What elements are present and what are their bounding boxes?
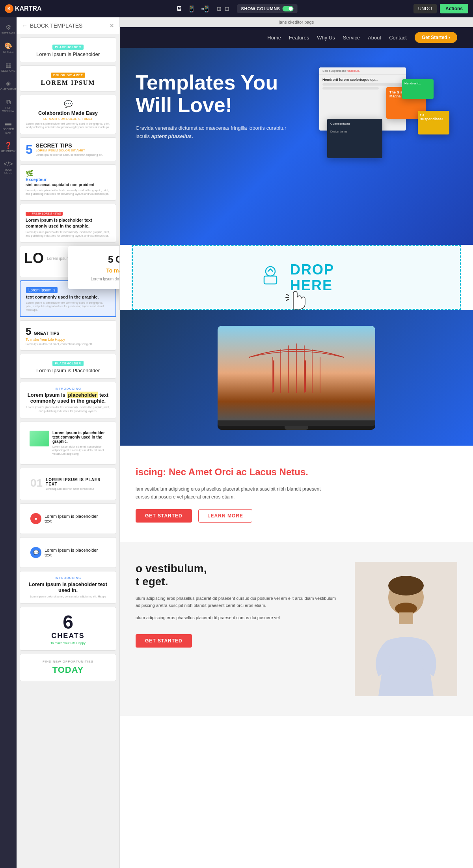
drag-preview-title: 5 GREAT TIPS — [77, 254, 120, 265]
laptop-base — [218, 420, 375, 426]
sidebar-item-styles[interactable]: 🎨 STYLES — [0, 40, 17, 56]
excepteur-text: Lorem ipsum's placeholder text commonly … — [26, 189, 110, 196]
nav-cta-button[interactable]: Get Started › — [415, 32, 457, 43]
logo-text: KARTRA — [15, 5, 42, 12]
template-card-fresh[interactable]: 🔴 FRESH LOREM NEWS Lorem Ipsum is placeh… — [20, 204, 116, 243]
drag-preview-card: 5 GREAT TIPS To make Your Life Happy Lor… — [68, 246, 120, 289]
helpdesk-icon: ❓ — [4, 142, 12, 149]
nav-links: Home Features Why Us Service About Conta… — [267, 32, 457, 43]
nav-why-us[interactable]: Why Us — [317, 35, 335, 41]
nav-service[interactable]: Service — [343, 35, 360, 41]
nav-about[interactable]: About — [368, 35, 381, 41]
tips-title: SECRET TIPS — [36, 142, 103, 149]
sidebar-item-settings[interactable]: ⚙ SETTINGS — [0, 21, 17, 37]
logo-k-icon: K — [5, 4, 13, 13]
panel-close-button[interactable]: × — [110, 22, 114, 29]
section1-title: iscing: Nec Amet Orci ac Lacus Netus. — [136, 465, 457, 479]
selected-title: text commonly used in the graphic. — [26, 295, 110, 299]
grid1-icon[interactable]: ⊞ — [217, 6, 222, 12]
intro-text-2: Lorem ipsum dolor sit amet, consectetur … — [25, 595, 111, 599]
gray-text-1: ulum adipiscing eros phasellus placerat … — [136, 595, 339, 609]
hero-mockup-dark: Commentwaa Design theme — [327, 119, 382, 158]
nav-contact[interactable]: Contact — [389, 35, 407, 41]
svg-point-0 — [266, 267, 275, 276]
bridge-section — [120, 310, 473, 446]
fresh-title: Lorem Ipsum is placeholder text commonly… — [26, 217, 110, 229]
block-templates-panel: ← BLOCK TEMPLATES × PLACEHOLDER Lorem Ip… — [17, 17, 120, 868]
device-icons: 🖥 📱 📲 — [176, 5, 209, 13]
photo-thumbnail — [30, 431, 49, 446]
panel-back-button[interactable]: ← BLOCK TEMPLATES — [22, 22, 82, 29]
panel-title: BLOCK TEMPLATES — [30, 22, 82, 29]
icon-text: Lorem Ipsum is placeholder text — [45, 548, 106, 557]
drag-preview-subtitle: To make Your Life Happy — [77, 267, 120, 274]
template-card-excepteur[interactable]: 🌿 Excepteur sint occaecat cupidatat non … — [20, 164, 116, 201]
section1-highlight: iscing: — [136, 467, 166, 477]
nav-brand: Brand — [136, 35, 148, 40]
actions-button[interactable]: Actions — [440, 4, 468, 13]
svg-rect-13 — [399, 612, 413, 624]
drop-here-text: DROPHERE — [290, 262, 334, 293]
left-sidebar: ⚙ SETTINGS 🎨 STYLES ▦ SECTIONS ◈ COMPONE… — [0, 17, 17, 868]
topbar: K KARTRA 🖥 📱 📲 ⊞ ⊟ SHOW COLUMNS UNDO Act… — [0, 0, 473, 17]
template-card-lorem-ipsum[interactable]: DOLOR SIT AMET LOREM IPSUM — [20, 65, 116, 91]
tips-number: 5 — [26, 143, 33, 156]
intro-label: INTRODUCING — [25, 387, 111, 390]
gray-section: o vestibulum,t eget. ulum adipiscing ero… — [120, 542, 473, 716]
drop-here-zone[interactable]: DROPHERE — [132, 245, 461, 310]
sidebar-item-sections[interactable]: ▦ SECTIONS — [0, 59, 17, 75]
template-card-placeholder-1[interactable]: PLACEHOLDER Lorem Ipsum is Placeholder — [20, 37, 116, 62]
gray-text-2: ulum adipiscing eros phasellus placerat … — [136, 614, 339, 622]
template-card-collaboration[interactable]: 💬 Colaboration Made Easy LOREM IPSUM DOL… — [20, 95, 116, 134]
template-list: PLACEHOLDER Lorem Ipsum is Placeholder D… — [17, 34, 119, 868]
blue-circle-icon: 💬 — [30, 547, 41, 558]
find-opps-label: FIND NEW OPPORTUNITIES — [26, 660, 110, 663]
template-card-icon-red[interactable]: ● Lorem Ipsum is placeholder text — [20, 503, 116, 534]
photo-title: Lorem Ipsum is placeholder text commonly… — [52, 431, 106, 444]
footerbar-icon: ▬ — [5, 120, 11, 127]
template-card-icon-blue[interactable]: 💬 Lorem Ipsum is placeholder text — [20, 537, 116, 568]
show-columns-toggle[interactable] — [282, 6, 293, 11]
icon-text: Lorem Ipsum is placeholder text — [45, 514, 106, 523]
grid2-icon[interactable]: ⊟ — [225, 6, 229, 12]
topbar-center: 🖥 📱 📲 ⊞ ⊟ SHOW COLUMNS — [176, 4, 298, 13]
sidebar-item-components[interactable]: ◈ COMPONENTS — [0, 77, 17, 93]
nav-features[interactable]: Features — [289, 35, 309, 41]
desktop-icon[interactable]: 🖥 — [176, 5, 182, 12]
settings-icon: ⚙ — [6, 24, 11, 31]
tablet-icon[interactable]: 📱 — [188, 5, 196, 13]
undo-button[interactable]: UNDO — [413, 4, 437, 13]
drop-hand-icon — [259, 263, 282, 292]
template-card-photo-text[interactable]: Lorem Ipsum is placeholder text commonly… — [20, 422, 116, 465]
sidebar-item-popwindow[interactable]: ⧉ POP WINDOW — [0, 96, 17, 116]
template-card-great-tips[interactable]: 5 GREAT TIPS To make Your Life Happy Lor… — [20, 320, 116, 351]
template-card-cheats[interactable]: 6 CHEATS To make Your Life Happy — [20, 607, 116, 651]
card-subtitle: LOREM IPSUM DOLOR SIT AMET — [26, 117, 110, 121]
gray-get-started-button[interactable]: GET STARTED — [136, 634, 192, 648]
gray-content: o vestibulum,t eget. ulum adipiscing ero… — [136, 562, 339, 648]
get-started-button[interactable]: GET STARTED — [136, 509, 192, 523]
great-tips-number: 5 — [26, 325, 31, 338]
mobile-icon[interactable]: 📲 — [201, 5, 209, 13]
card-title: Colaboration Made Easy — [26, 110, 110, 116]
hero-section: Templates You Will Love! Gravida venenat… — [120, 48, 473, 245]
nav-home[interactable]: Home — [267, 35, 281, 41]
cheats-subtitle: To make Your Life Happy — [26, 641, 110, 645]
red-circle-icon: ● — [30, 513, 41, 524]
template-card-introducing-2[interactable]: INTRODUCING Lorem Ipsum is placeholder t… — [20, 571, 116, 604]
intro-label-2: INTRODUCING — [25, 576, 111, 580]
page-wrapper: Brand Home Features Why Us Service About… — [120, 27, 473, 868]
template-card-number[interactable]: 01 LOREM IPSUM IS PLAER TEXT Lorem ipsum… — [20, 468, 116, 500]
learn-more-button[interactable]: LEARN MORE — [198, 509, 252, 523]
sidebar-item-footerbar[interactable]: ▬ FOOTER BAR — [0, 118, 17, 137]
sidebar-item-helpdesk[interactable]: ❓ HELPDESK — [0, 139, 17, 155]
sidebar-item-yourcode[interactable]: </> YOUR CODE — [0, 158, 17, 177]
main-content-area[interactable]: jans ckeditor page Brand Home Features W… — [120, 17, 473, 868]
photo-text: Lorem ipsum dolor sit amet, consectetur … — [52, 445, 106, 455]
hero-mockup-green: Hendrerit... — [402, 79, 434, 99]
lo-text: LO — [24, 250, 44, 267]
template-card-find-opps[interactable]: FIND NEW OPPORTUNITIES TODAY — [20, 654, 116, 681]
template-card-introducing[interactable]: INTRODUCING Lorem Ipsum is placeholder t… — [20, 382, 116, 418]
template-card-secret-tips[interactable]: 5 SECRET TIPS LOREM IPSUM DOLOR SIT AMET… — [20, 137, 116, 161]
template-card-placeholder-2[interactable]: PLACEHOLDER Lorem Ipsum is Placeholder — [20, 354, 116, 379]
